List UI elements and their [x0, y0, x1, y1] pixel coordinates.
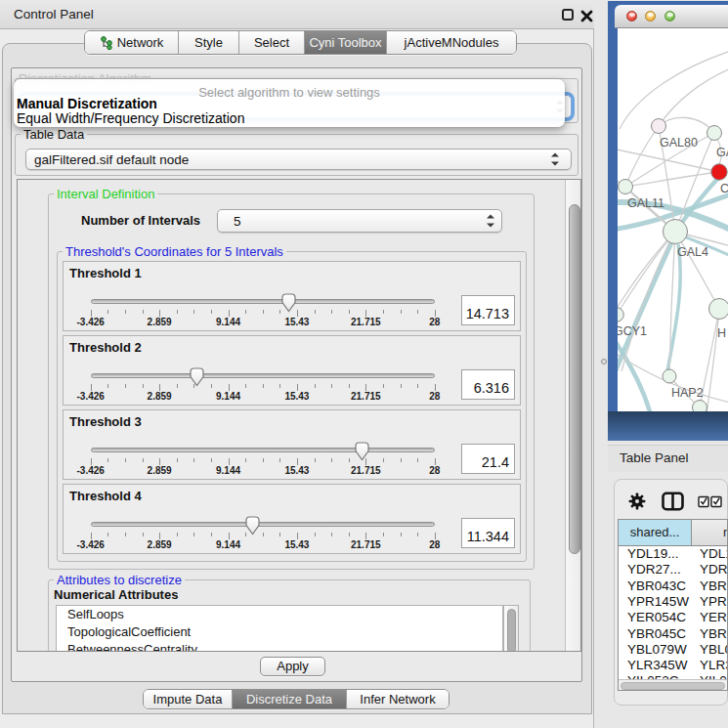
slider-track[interactable] — [91, 299, 435, 304]
slider-tick — [107, 458, 108, 462]
attribute-list-item[interactable]: TopologicalCoefficient — [57, 623, 502, 641]
table-row[interactable]: YBR043CYBR0 — [619, 578, 727, 594]
gear-icon[interactable] — [628, 492, 646, 510]
slider-track[interactable] — [91, 448, 435, 452]
tab-select[interactable]: Select — [239, 31, 305, 54]
network-edge[interactable] — [618, 232, 675, 322]
attributes-list-scrollbar[interactable] — [503, 605, 519, 652]
slider-thumb[interactable] — [189, 367, 205, 387]
close-icon[interactable] — [580, 10, 593, 22]
control-panel-titlebar[interactable]: Control Panel — [0, 0, 594, 29]
table-row[interactable]: YBR045CYBR0 — [619, 626, 727, 642]
float-window-icon[interactable] — [562, 9, 574, 21]
slider-track[interactable] — [91, 522, 435, 527]
apply-button[interactable]: Apply — [260, 657, 325, 676]
slider-tick — [193, 533, 194, 536]
network-node[interactable] — [711, 164, 727, 180]
table-row[interactable]: YDR27...YDR2 — [619, 562, 727, 578]
network-node[interactable] — [664, 220, 688, 244]
network-edge[interactable] — [625, 126, 659, 187]
network-node[interactable] — [619, 180, 633, 194]
threshold-value-field[interactable] — [461, 369, 515, 400]
settings-scrollbar[interactable] — [565, 180, 581, 652]
slider-thumb[interactable] — [280, 293, 297, 313]
table-horizontal-scrollbar[interactable] — [619, 679, 727, 691]
slider-tick — [159, 384, 160, 391]
network-edge[interactable] — [659, 68, 728, 126]
tab-infer-network[interactable]: Infer Network — [347, 690, 449, 708]
cell-name: YBR0 — [700, 578, 727, 593]
slider-tick — [91, 533, 92, 539]
tab-cyni-toolbox[interactable]: Cyni Toolbox — [305, 31, 387, 54]
network-node[interactable] — [663, 369, 676, 383]
zoom-traffic-light-icon[interactable] — [664, 11, 675, 21]
slider-tick — [315, 533, 316, 536]
algorithm-dropdown-popup: Select algorithm to view settings Manual… — [14, 79, 565, 127]
threshold-value-field[interactable] — [461, 518, 515, 548]
tab-style[interactable]: Style — [179, 31, 239, 54]
slider-tick-label: 2.859 — [138, 317, 181, 327]
number-of-intervals-select[interactable]: 5 — [217, 209, 502, 233]
threshold-value-field[interactable] — [461, 295, 515, 325]
split-table-icon[interactable] — [662, 492, 684, 511]
settings-scrollbar-thumb[interactable] — [569, 204, 580, 554]
slider-tick — [331, 384, 332, 388]
cell-shared-name: YDL19... — [627, 546, 679, 561]
network-window-titlebar[interactable] — [615, 5, 728, 28]
table-row[interactable]: YLR345WYLR3 — [619, 658, 727, 673]
attributes-scrollbar-thumb[interactable] — [507, 609, 516, 652]
table-row[interactable]: YER054CYER0 — [619, 610, 727, 625]
attribute-list-item[interactable]: BetweennessCentrality — [57, 641, 502, 652]
network-edge[interactable] — [620, 51, 728, 129]
slider-thumb[interactable] — [244, 516, 261, 535]
slider-tick — [125, 533, 126, 536]
network-node[interactable] — [618, 308, 623, 322]
slider-tick — [435, 533, 436, 539]
column-header-name[interactable]: na — [692, 520, 727, 546]
network-node-label: H — [717, 326, 726, 340]
slider-tick — [177, 384, 178, 388]
slider-tick — [245, 310, 246, 314]
network-canvas[interactable]: GAL80GACGAL11GAL4GCY1HHAP2 — [618, 28, 728, 411]
select-columns-icon[interactable] — [698, 495, 723, 508]
network-node[interactable] — [709, 299, 728, 320]
table-data-select[interactable]: galFiltered.sif default node — [25, 149, 572, 170]
tab-network[interactable]: Network — [85, 31, 179, 54]
slider-tick — [365, 384, 366, 391]
network-edge[interactable] — [625, 172, 719, 187]
network-node-label: GAL80 — [660, 136, 698, 150]
tab-jactivemnodules[interactable]: jActiveMNodules — [387, 31, 516, 54]
tab-impute-data-label: Impute Data — [153, 692, 223, 707]
slider-thumb[interactable] — [354, 442, 370, 461]
slider-tick — [125, 384, 126, 388]
number-of-intervals-label: Number of Intervals — [81, 213, 200, 228]
slider-tick — [417, 458, 418, 462]
network-edge[interactable] — [669, 232, 675, 376]
network-edge[interactable] — [707, 309, 719, 411]
table-row[interactable]: YDL19...YDL1 — [619, 546, 727, 562]
minimize-traffic-light-icon[interactable] — [645, 11, 656, 21]
slider-tick — [349, 310, 350, 314]
tab-impute-data[interactable]: Impute Data — [144, 690, 233, 708]
table-row[interactable]: YBL079WYBL0 — [619, 642, 727, 658]
close-traffic-light-icon[interactable] — [626, 11, 637, 21]
slider-tick — [193, 458, 194, 462]
slider-track[interactable] — [91, 373, 435, 378]
numerical-attributes-list[interactable]: SelfLoopsTopologicalCoefficientBetweenne… — [56, 605, 503, 652]
attribute-list-item[interactable]: SelfLoops — [57, 606, 502, 623]
slider-tick — [401, 533, 402, 536]
column-header-shared-name[interactable]: shared... — [619, 520, 692, 546]
network-edge[interactable] — [618, 240, 672, 389]
threshold-value-field[interactable] — [461, 444, 515, 474]
cell-shared-name: YBR045C — [627, 626, 686, 641]
slider-tick — [365, 533, 366, 539]
network-node[interactable] — [693, 401, 707, 412]
splitpane-handle[interactable] — [601, 359, 607, 364]
table-row[interactable]: YPR145WYPR1 — [619, 594, 727, 610]
table-hscrollbar-thumb[interactable] — [621, 682, 725, 690]
network-node[interactable] — [707, 126, 722, 141]
tab-discretize-data[interactable]: Discretize Data — [233, 690, 347, 708]
network-node[interactable] — [652, 119, 666, 134]
dropdown-option-equal-width[interactable]: Equal Width/Frequency Discretization — [17, 110, 244, 126]
network-edge[interactable] — [659, 117, 714, 133]
